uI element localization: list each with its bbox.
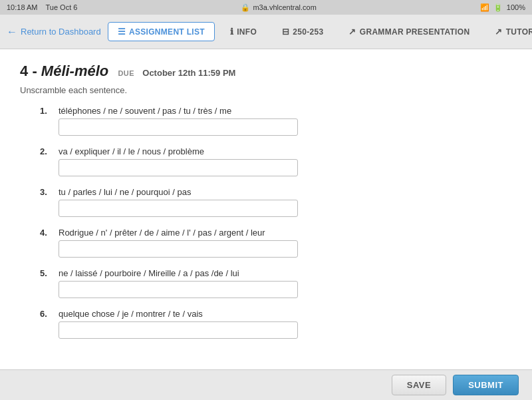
question-prompt-2: 2.va / expliquer / il / le / nous / prob… xyxy=(40,146,512,156)
question-item-5: 5.ne / laissé / pourboire / Mireille / a… xyxy=(20,268,512,298)
question-input-6[interactable] xyxy=(59,321,298,339)
question-prompt-3: 3.tu / parles / lui / ne / pourquoi / pa… xyxy=(40,187,512,197)
question-number-2: 2. xyxy=(40,146,59,156)
question-number-5: 5. xyxy=(40,268,59,278)
submit-button[interactable]: SUBMIT xyxy=(453,375,519,395)
question-number-6: 6. xyxy=(40,309,59,319)
back-button[interactable]: ← Return to Dashboard xyxy=(7,26,101,38)
question-item-1: 1.téléphones / ne / souvent / pas / tu /… xyxy=(20,106,512,136)
question-prompt-5: 5.ne / laissé / pourboire / Mireille / a… xyxy=(40,268,512,278)
question-input-3[interactable] xyxy=(59,200,298,217)
question-item-4: 4.Rodrigue / n' / prêter / de / aime / l… xyxy=(20,228,512,258)
question-input-5[interactable] xyxy=(59,281,298,298)
instructions: Unscramble each sentence. xyxy=(20,85,512,95)
question-text-2: va / expliquer / il / le / nous / problè… xyxy=(59,146,204,156)
status-indicators: 📶 🔋 100% xyxy=(480,3,525,12)
question-number-3: 3. xyxy=(40,187,59,197)
question-input-2[interactable] xyxy=(59,159,298,176)
assignment-title: 4 - Méli-mélo DUE October 12th 11:59 PM xyxy=(20,63,512,80)
question-input-1[interactable] xyxy=(59,118,298,136)
info-icon: ℹ xyxy=(230,27,233,37)
question-prompt-4: 4.Rodrigue / n' / prêter / de / aime / l… xyxy=(40,228,512,238)
question-number-4: 4. xyxy=(40,228,59,238)
main-content: 4 - Méli-mélo DUE October 12th 11:59 PM … xyxy=(0,49,532,369)
tab-pages[interactable]: ⊟ 250-253 xyxy=(272,22,333,41)
question-list: 1.téléphones / ne / souvent / pas / tu /… xyxy=(20,106,512,339)
status-url: 🔒 m3a.vhlcentral.com xyxy=(241,3,316,12)
tab-grammar[interactable]: ↗ Grammar Presentation xyxy=(338,22,479,41)
tab-assignment-list[interactable]: ☰ ASSIGNMENT LIST xyxy=(108,22,215,41)
tab-info[interactable]: ℹ INFO xyxy=(220,22,267,41)
question-prompt-1: 1.téléphones / ne / souvent / pas / tu /… xyxy=(40,106,512,116)
footer: SAVE SUBMIT xyxy=(0,369,532,400)
question-item-6: 6.quelque chose / je / montrer / te / va… xyxy=(20,309,512,339)
pages-icon: ⊟ xyxy=(282,27,289,37)
tab-tutorial[interactable]: ↗ Tutorial xyxy=(485,22,532,41)
battery-icon: 🔋 xyxy=(493,3,503,12)
lock-icon: 🔒 xyxy=(241,3,250,12)
tutorial-icon: ↗ xyxy=(495,27,502,37)
back-arrow-icon: ← xyxy=(7,26,17,38)
question-text-6: quelque chose / je / montrer / te / vais xyxy=(59,309,203,319)
question-item-3: 3.tu / parles / lui / ne / pourquoi / pa… xyxy=(20,187,512,217)
status-bar: 10:18 AM Tue Oct 6 🔒 m3a.vhlcentral.com … xyxy=(0,0,532,15)
question-text-4: Rodrigue / n' / prêter / de / aime / l' … xyxy=(59,228,265,238)
save-button[interactable]: SAVE xyxy=(392,375,446,395)
list-icon: ☰ xyxy=(118,27,126,37)
question-text-5: ne / laissé / pourboire / Mireille / a /… xyxy=(59,268,239,278)
question-text-1: téléphones / ne / souvent / pas / tu / t… xyxy=(59,106,231,116)
question-input-4[interactable] xyxy=(59,240,298,258)
question-prompt-6: 6.quelque chose / je / montrer / te / va… xyxy=(40,309,512,319)
grammar-icon: ↗ xyxy=(348,27,356,37)
question-text-3: tu / parles / lui / ne / pourquoi / pas xyxy=(59,187,191,197)
question-number-1: 1. xyxy=(40,106,59,116)
question-item-2: 2.va / expliquer / il / le / nous / prob… xyxy=(20,146,512,176)
status-time: 10:18 AM Tue Oct 6 xyxy=(7,3,77,11)
wifi-icon: 📶 xyxy=(480,3,489,12)
nav-bar: ← Return to Dashboard ☰ ASSIGNMENT LIST … xyxy=(0,15,532,49)
